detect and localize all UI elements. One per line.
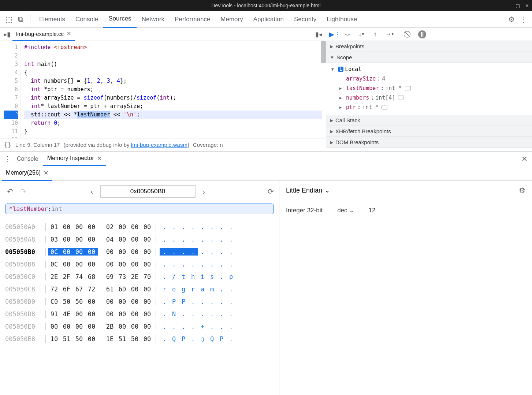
ascii-char[interactable]: . xyxy=(160,236,169,243)
memory-instance-tab[interactable]: Memory(256) ✕ xyxy=(2,166,52,181)
hex-byte[interactable]: 00 xyxy=(129,261,141,268)
hex-row[interactable]: 005050B00C00000000000000........ xyxy=(5,246,274,258)
hex-byte[interactable]: 00 xyxy=(85,323,98,330)
ascii-char[interactable]: . xyxy=(207,298,217,305)
hex-byte[interactable]: 00 xyxy=(116,261,129,268)
step-into-button[interactable]: ↓• xyxy=(357,30,366,38)
ascii-char[interactable]: . xyxy=(169,236,179,243)
history-back-button[interactable]: ↶ xyxy=(5,187,15,196)
hex-byte[interactable]: 00 xyxy=(141,310,153,318)
ascii-char[interactable]: . xyxy=(207,323,217,330)
line-number[interactable]: 2 xyxy=(4,52,18,60)
hex-byte[interactable]: 2E xyxy=(48,273,60,280)
ascii-char[interactable]: . xyxy=(217,323,226,330)
ascii-char[interactable]: . xyxy=(207,223,217,231)
hex-byte[interactable]: 10 xyxy=(48,335,60,343)
hex-byte[interactable]: 2F xyxy=(60,273,73,280)
ascii-char[interactable]: . xyxy=(169,323,179,330)
ascii-char[interactable]: . xyxy=(207,236,217,243)
hex-byte[interactable]: 00 xyxy=(116,248,129,256)
close-tab-icon[interactable]: ✕ xyxy=(97,155,102,162)
ascii-char[interactable]: . xyxy=(188,236,198,243)
reveal-in-memory-icon[interactable] xyxy=(405,86,411,90)
next-page-button[interactable]: › xyxy=(199,187,209,196)
hex-byte[interactable]: 67 xyxy=(73,286,85,293)
ascii-char[interactable]: . xyxy=(179,223,188,231)
breakpoints-section[interactable]: ▶Breakpoints xyxy=(326,41,532,52)
hex-byte[interactable]: 00 xyxy=(116,223,129,231)
ascii-char[interactable]: . xyxy=(160,298,169,305)
hex-byte[interactable]: 72 xyxy=(85,286,98,293)
hex-byte[interactable]: 00 xyxy=(129,298,141,305)
hex-row[interactable]: 005050D0C050500000000000.PP..... xyxy=(5,295,274,308)
hex-byte[interactable]: 2B xyxy=(104,323,116,330)
code-line[interactable]: return 0; xyxy=(24,119,322,127)
drawer-tab-memory-inspector[interactable]: Memory Inspector ✕ xyxy=(43,152,106,166)
ascii-char[interactable]: . xyxy=(169,248,179,256)
ascii-char[interactable]: . xyxy=(226,236,236,243)
refresh-button[interactable]: ⟳ xyxy=(268,187,274,196)
reveal-in-memory-icon[interactable] xyxy=(398,96,404,100)
scope-variable[interactable]: ▶ptr: int * xyxy=(331,103,532,112)
hex-row[interactable]: 005050A80300000004000000........ xyxy=(5,233,274,246)
hex-viewer[interactable]: 005050A00100000002000000........005050A8… xyxy=(5,221,274,345)
settings-icon[interactable]: ⚙ xyxy=(506,15,517,24)
ascii-char[interactable]: . xyxy=(169,261,179,268)
hex-byte[interactable]: 00 xyxy=(60,223,73,231)
hex-byte[interactable]: C0 xyxy=(48,298,60,305)
code-line[interactable]: int *ptr = numbers; xyxy=(24,85,322,94)
format-selector[interactable]: dec ⌄ xyxy=(337,206,354,214)
ascii-char[interactable]: . xyxy=(226,248,236,256)
hex-byte[interactable]: 00 xyxy=(129,323,141,330)
line-number[interactable]: 3 xyxy=(4,60,18,68)
hex-byte[interactable]: 70 xyxy=(141,273,153,280)
hex-byte[interactable]: 00 xyxy=(141,286,153,293)
ascii-char[interactable]: . xyxy=(226,298,236,305)
hex-byte[interactable]: 2E xyxy=(129,273,141,280)
hex-row[interactable]: 005050C02E2F746869732E70./this.p xyxy=(5,271,274,283)
hex-byte[interactable]: 04 xyxy=(104,236,116,243)
hex-byte[interactable]: 00 xyxy=(73,248,85,256)
hex-byte[interactable]: 1E xyxy=(104,335,116,343)
code-editor[interactable]: 123456789101112 #include <iostream>int m… xyxy=(0,41,326,138)
code-line[interactable]: int arraySize = sizeof(numbers)/sizeof(i… xyxy=(24,94,322,102)
ascii-char[interactable]: . xyxy=(207,310,217,318)
hex-byte[interactable]: 00 xyxy=(129,286,141,293)
reveal-in-memory-icon[interactable] xyxy=(382,105,387,109)
scope-variable[interactable]: arraySize: 4 xyxy=(331,74,532,83)
hex-byte[interactable]: 00 xyxy=(129,310,141,318)
hex-byte[interactable]: 00 xyxy=(116,323,129,330)
hex-byte[interactable]: 6F xyxy=(60,286,73,293)
line-number[interactable]: 8 xyxy=(4,102,18,111)
hex-byte[interactable]: 00 xyxy=(85,223,98,231)
hex-byte[interactable]: 00 xyxy=(116,310,129,318)
more-menu-icon[interactable]: ⋮ xyxy=(517,15,529,24)
line-number[interactable]: 5 xyxy=(4,77,18,85)
code-line[interactable] xyxy=(24,136,322,138)
device-toolbar-icon[interactable]: ⧉ xyxy=(15,15,26,23)
maximize-button[interactable]: ▢ xyxy=(516,3,520,8)
drawer-tab-console[interactable]: Console xyxy=(12,152,43,166)
code-line[interactable]: std::cout << *lastNumber << '\n'; xyxy=(24,111,322,119)
hex-byte[interactable]: 00 xyxy=(85,248,98,256)
hex-byte[interactable]: 00 xyxy=(129,223,141,231)
hex-byte[interactable]: 00 xyxy=(141,261,153,268)
hex-byte[interactable]: 00 xyxy=(129,248,141,256)
step-over-button[interactable]: ⤻ xyxy=(343,30,352,38)
scope-variable[interactable]: ▶lastNumber: int * xyxy=(331,83,532,93)
hex-byte[interactable]: 00 xyxy=(73,261,85,268)
hex-byte[interactable]: 00 xyxy=(141,298,153,305)
hex-byte[interactable]: 00 xyxy=(141,248,153,256)
ascii-char[interactable]: r xyxy=(160,286,169,293)
scope-section[interactable]: ▼Scope xyxy=(326,52,532,63)
ascii-char[interactable]: p xyxy=(226,273,236,280)
ascii-char[interactable]: . xyxy=(160,261,169,268)
hex-byte[interactable]: 00 xyxy=(85,335,98,343)
ascii-char[interactable]: . xyxy=(217,261,226,268)
hex-row[interactable]: 005050D8914E000000000000.N...... xyxy=(5,308,274,320)
ascii-char[interactable]: . xyxy=(226,335,236,343)
main-tab-sources[interactable]: Sources xyxy=(103,11,136,28)
hex-byte[interactable]: 68 xyxy=(85,273,98,280)
ascii-char[interactable]: . xyxy=(188,310,198,318)
ascii-char[interactable]: . xyxy=(226,286,236,293)
